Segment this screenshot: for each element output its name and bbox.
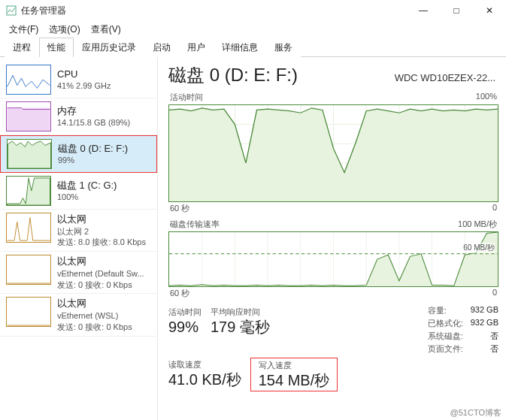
close-button[interactable]: ✕ [473, 0, 506, 21]
detail-title: 磁盘 0 (D: E: F:) [168, 63, 298, 87]
meta-capacity-label: 容量: [428, 305, 463, 316]
cpu-thumb [6, 65, 51, 95]
meta-formatted-value: 932 GB [471, 318, 498, 329]
disk-model: WDC WD10EZEX-22... [307, 72, 498, 83]
meta-pagefile-value: 否 [471, 343, 498, 355]
transfer-rate-max: 100 MB/秒 [458, 219, 497, 230]
stat-resp-label: 平均响应时间 [211, 307, 270, 318]
sidebar-item-ethernet-2[interactable]: 以太网 vEthernet (WSL) 发送: 0 接收: 0 Kbps [0, 294, 157, 336]
sidebar-memory-label: 内存 [57, 104, 130, 118]
maximize-button[interactable]: □ [440, 0, 473, 21]
tab-processes[interactable]: 进程 [5, 38, 39, 57]
sidebar-item-ethernet-0[interactable]: 以太网 以太网 2 发送: 8.0 接收: 8.0 Kbps [0, 210, 157, 252]
stat-read-value: 41.0 KB/秒 [168, 370, 241, 388]
eth2-thumb [6, 297, 51, 327]
disk-meta: 容量:932 GB 已格式化:932 GB 系统磁盘:否 页面文件:否 [428, 305, 498, 355]
stat-resp-value: 179 毫秒 [211, 318, 270, 336]
active-time-label: 活动时间 [170, 92, 203, 103]
stat-active-value: 99% [168, 318, 201, 336]
menu-options[interactable]: 选项(O) [44, 22, 84, 38]
memory-thumb [6, 101, 51, 131]
menu-view[interactable]: 查看(V) [86, 22, 126, 38]
active-time-block: 活动时间 100% 60 秒 0 [168, 92, 498, 214]
sidebar-eth2-sub: 发送: 0 接收: 0 Kbps [57, 322, 132, 333]
meta-sysdisk-label: 系统磁盘: [428, 331, 463, 342]
sidebar-item-disk0[interactable]: 磁盘 0 (D: E: F:) 99% [0, 135, 157, 173]
transfer-rate-dashlabel: 60 MB/秒 [463, 243, 495, 253]
sidebar-eth0-name: 以太网 2 [57, 226, 146, 237]
transfer-rate-graph: 60 MB/秒 [168, 231, 498, 287]
menu-file[interactable]: 文件(F) [5, 22, 43, 38]
performance-detail: 磁盘 0 (D: E: F:) WDC WD10EZEX-22... 活动时间 … [158, 57, 506, 420]
meta-pagefile-label: 页面文件: [428, 343, 463, 355]
meta-sysdisk-value: 否 [471, 331, 498, 342]
sidebar-item-ethernet-1[interactable]: 以太网 vEthernet (Default Sw... 发送: 0 接收: 0… [0, 252, 157, 294]
sidebar-disk0-sub: 99% [58, 155, 128, 166]
sidebar-item-disk1[interactable]: 磁盘 1 (C: G:) 100% [0, 173, 157, 210]
active-time-graph [168, 104, 498, 202]
sidebar-eth2-label: 以太网 [57, 297, 132, 310]
tab-details[interactable]: 详细信息 [214, 38, 266, 57]
svg-rect-1 [8, 108, 50, 131]
disk0-thumb [7, 139, 52, 169]
transfer-rate-label: 磁盘传输速率 [170, 219, 220, 230]
menu-bar: 文件(F) 选项(O) 查看(V) [0, 21, 506, 38]
axis-right-1: 0 [492, 203, 497, 214]
svg-rect-0 [7, 6, 16, 15]
disk1-thumb [6, 176, 51, 206]
sidebar-item-memory[interactable]: 内存 14.1/15.8 GB (89%) [0, 98, 157, 135]
sidebar-eth2-name: vEthernet (WSL) [57, 310, 132, 322]
performance-sidebar: CPU 41% 2.99 GHz 内存 14.1/15.8 GB (89%) 磁… [0, 57, 158, 420]
stat-read-label: 读取速度 [168, 359, 241, 370]
sidebar-disk1-sub: 100% [57, 192, 117, 203]
sidebar-eth1-label: 以太网 [57, 255, 144, 268]
axis-left-2: 60 秒 [170, 288, 189, 299]
tab-app-history[interactable]: 应用历史记录 [74, 38, 144, 57]
sidebar-eth0-label: 以太网 [57, 213, 146, 226]
tab-startup[interactable]: 启动 [144, 38, 179, 57]
tab-performance[interactable]: 性能 [39, 38, 74, 57]
meta-capacity-value: 932 GB [471, 305, 498, 316]
sidebar-eth1-sub: 发送: 0 接收: 0 Kbps [57, 279, 144, 291]
stat-write-highlight: 写入速度 154 MB/秒 [250, 358, 338, 391]
eth1-thumb [6, 255, 51, 285]
axis-right-2: 0 [492, 288, 497, 299]
svg-marker-2 [8, 141, 51, 168]
sidebar-disk0-label: 磁盘 0 (D: E: F:) [58, 142, 128, 156]
sidebar-item-cpu[interactable]: CPU 41% 2.99 GHz [0, 62, 157, 98]
sidebar-memory-sub: 14.1/15.8 GB (89%) [57, 117, 130, 128]
window-title: 任务管理器 [21, 5, 407, 17]
active-time-max: 100% [476, 92, 497, 103]
axis-left-1: 60 秒 [170, 203, 189, 214]
stat-write-label: 写入速度 [259, 360, 329, 371]
sidebar-eth1-name: vEthernet (Default Sw... [57, 268, 144, 279]
tab-services[interactable]: 服务 [266, 38, 301, 57]
tab-bar: 进程 性能 应用历史记录 启动 用户 详细信息 服务 [0, 38, 506, 57]
sidebar-disk1-label: 磁盘 1 (C: G:) [57, 179, 117, 192]
minimize-button[interactable]: — [407, 0, 440, 21]
window-titlebar: 任务管理器 — □ ✕ [0, 0, 506, 21]
app-icon [6, 5, 17, 16]
transfer-rate-block: 磁盘传输速率 100 MB/秒 60 MB/秒 60 秒 0 [168, 219, 498, 299]
stat-write-value: 154 MB/秒 [259, 371, 329, 389]
svg-marker-3 [8, 178, 50, 205]
meta-formatted-label: 已格式化: [428, 318, 463, 329]
sidebar-cpu-sub: 41% 2.99 GHz [57, 80, 111, 92]
stat-active-label: 活动时间 [168, 307, 201, 318]
sidebar-eth0-sub: 发送: 8.0 接收: 8.0 Kbps [57, 237, 146, 248]
eth0-thumb [6, 213, 51, 243]
sidebar-cpu-label: CPU [57, 68, 111, 81]
tab-users[interactable]: 用户 [179, 38, 214, 57]
